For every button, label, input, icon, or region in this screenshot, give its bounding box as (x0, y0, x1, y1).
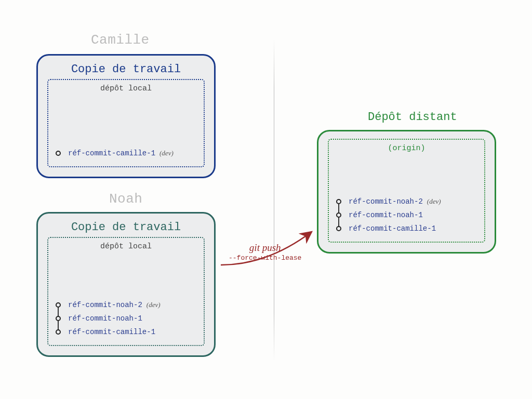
label-camille: Camille (91, 32, 150, 48)
branch-tag: (dev) (147, 301, 161, 309)
commit-node-icon (56, 302, 61, 308)
branch-tag: (dev) (159, 149, 174, 157)
noah-commit-list: réf-commit-noah-2 (dev) réf-commit-noah-… (56, 298, 161, 339)
commit-node-icon (56, 329, 61, 335)
commit-node-icon (56, 151, 61, 156)
commit-node-icon (336, 226, 341, 231)
commit-ref: réf-commit-camille-1 (68, 149, 155, 157)
commit-ref: réf-commit-noah-1 (68, 314, 142, 323)
commit-ref: réf-commit-noah-1 (349, 211, 423, 219)
commit-row: réf-commit-noah-2 (dev) (336, 195, 441, 208)
label-noah: Noah (109, 191, 142, 207)
camille-commit-list: réf-commit-camille-1 (dev) (56, 147, 174, 160)
commit-ref: réf-commit-noah-2 (349, 197, 423, 206)
commit-row: réf-commit-camille-1 (dev) (56, 147, 174, 160)
commit-node-icon (336, 212, 341, 218)
camille-inner-title: dépôt local (55, 84, 197, 93)
camille-local-repo: dépôt local réf-commit-camille-1 (dev) (47, 79, 205, 167)
commit-ref: réf-commit-noah-2 (68, 301, 142, 309)
git-command-label: git push --force-with-lease (229, 243, 301, 262)
git-command-flag: --force-with-lease (229, 255, 301, 262)
camille-working-copy: Copie de travail dépôt local réf-commit-… (36, 54, 216, 178)
commit-row: réf-commit-noah-1 (336, 208, 441, 222)
commit-ref: réf-commit-camille-1 (349, 224, 436, 233)
branch-tag: (dev) (427, 197, 441, 206)
remote-commit-list: réf-commit-noah-2 (dev) réf-commit-noah-… (336, 195, 441, 235)
commit-ref: réf-commit-camille-1 (68, 328, 155, 336)
noah-working-copy: Copie de travail dépôt local réf-commit-… (36, 212, 216, 357)
camille-box-title: Copie de travail (47, 63, 205, 76)
noah-box-title: Copie de travail (47, 221, 205, 234)
commit-row: réf-commit-camille-1 (56, 325, 161, 339)
noah-local-repo: dépôt local réf-commit-noah-2 (dev) réf-… (47, 237, 205, 346)
remote-title: Dépôt distant (368, 111, 457, 124)
remote-repo-box: (origin) réf-commit-noah-2 (dev) réf-com… (317, 130, 496, 254)
commit-row: réf-commit-camille-1 (336, 222, 441, 235)
commit-row: réf-commit-noah-2 (dev) (56, 298, 161, 312)
vertical-divider (274, 39, 274, 361)
noah-inner-title: dépôt local (55, 242, 197, 251)
remote-origin-label: (origin) (335, 144, 478, 153)
commit-row: réf-commit-noah-1 (56, 312, 161, 325)
commit-node-icon (336, 199, 341, 204)
remote-inner: (origin) réf-commit-noah-2 (dev) réf-com… (328, 139, 485, 243)
git-command-text: git push (249, 242, 281, 253)
commit-node-icon (56, 316, 61, 321)
